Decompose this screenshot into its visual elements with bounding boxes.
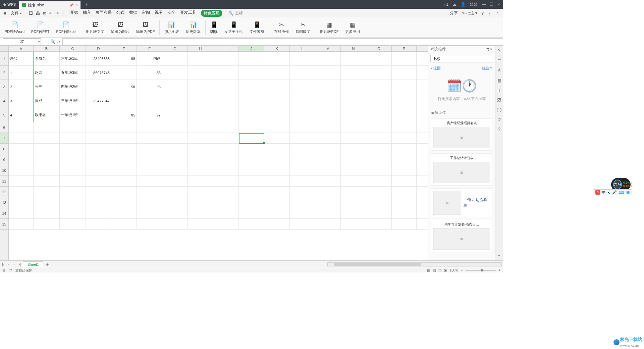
grid[interactable]: 序号李成名六年级1班2840556398国画1赵四五年级3班8697674386… (9, 52, 428, 260)
row-header[interactable]: 1 (0, 52, 8, 66)
cell[interactable] (366, 197, 392, 208)
zoom-in-button[interactable]: + (498, 268, 500, 272)
back-link[interactable]: ‹ 返回 (431, 66, 441, 71)
cell[interactable] (162, 133, 188, 143)
cell[interactable] (264, 80, 290, 94)
cell[interactable] (341, 187, 366, 197)
cell[interactable] (290, 52, 315, 65)
cell[interactable] (213, 165, 239, 176)
cell[interactable]: 98 (111, 52, 137, 65)
cell[interactable] (188, 52, 213, 65)
cell[interactable] (9, 144, 34, 154)
cell[interactable] (34, 165, 60, 176)
cell[interactable] (162, 187, 188, 197)
cell[interactable] (137, 122, 162, 133)
cell[interactable] (213, 187, 239, 197)
cell[interactable] (111, 154, 137, 165)
ribbon-tab[interactable]: 插入 (83, 10, 91, 17)
cell[interactable] (290, 80, 315, 94)
cell[interactable] (392, 66, 417, 80)
cell[interactable] (264, 66, 290, 80)
cell[interactable] (213, 154, 239, 165)
cell[interactable] (9, 197, 34, 208)
cell[interactable] (366, 133, 392, 143)
cell[interactable] (239, 208, 264, 218)
cell[interactable] (239, 165, 264, 176)
column-header[interactable]: K (264, 46, 290, 51)
cell[interactable] (213, 122, 239, 133)
cell[interactable] (264, 219, 290, 229)
template-item[interactable]: 房产经纪业绩排名表 ▦ (431, 118, 492, 151)
cell[interactable] (86, 197, 111, 208)
cell[interactable] (239, 122, 264, 133)
cell[interactable] (392, 208, 417, 218)
cell[interactable] (137, 133, 162, 143)
cell[interactable] (60, 133, 86, 143)
add-sheet-button[interactable]: + (43, 262, 51, 267)
cell[interactable] (366, 94, 392, 108)
sheet-tab[interactable]: Sheet1 (23, 261, 43, 267)
layout-icon[interactable]: ⊞ (3, 268, 5, 272)
share-button[interactable]: 分享 (450, 10, 458, 16)
row-header[interactable]: 7 (0, 133, 8, 144)
cell[interactable] (86, 176, 111, 186)
cell[interactable] (86, 122, 111, 133)
cell[interactable] (392, 154, 417, 165)
collapse-ribbon-icon[interactable]: ＾ (496, 10, 500, 16)
cell[interactable] (315, 108, 341, 122)
cell[interactable] (315, 144, 341, 154)
cell[interactable] (9, 208, 34, 218)
ribbon-button[interactable]: ✂截图取字 (292, 20, 314, 35)
cell[interactable] (137, 208, 162, 218)
panel-settings-icon[interactable]: ⇆ (486, 47, 489, 51)
cell[interactable] (34, 197, 60, 208)
cell[interactable] (188, 154, 213, 165)
cell[interactable] (264, 94, 290, 108)
cell[interactable] (315, 176, 341, 186)
cell[interactable] (341, 176, 366, 186)
print-preview-icon[interactable]: ◴ (43, 11, 46, 16)
cell[interactable] (213, 144, 239, 154)
cell[interactable] (111, 66, 137, 80)
cell[interactable]: 86 (137, 66, 162, 80)
menu-icon[interactable]: ≡ (3, 11, 6, 16)
ribbon-button[interactable]: 🖼图片转文字 (83, 20, 108, 35)
view-normal-icon[interactable]: ▦ (427, 268, 430, 272)
cell[interactable] (213, 66, 239, 80)
cell[interactable] (366, 176, 392, 186)
cell[interactable]: 张三 (34, 80, 60, 94)
cell[interactable] (341, 94, 366, 108)
cell[interactable] (34, 176, 60, 186)
cell[interactable] (213, 208, 239, 218)
cell[interactable] (341, 144, 366, 154)
cell[interactable] (34, 208, 60, 218)
save-icon[interactable]: 🖫 (29, 11, 33, 16)
cell[interactable]: 三年级1班 (60, 94, 86, 108)
cell[interactable] (392, 219, 417, 229)
cell[interactable] (188, 219, 213, 229)
row-header[interactable]: 5 (0, 108, 8, 122)
row-header[interactable]: 2 (0, 66, 8, 80)
cell[interactable] (392, 187, 417, 197)
cell[interactable]: 国画 (137, 52, 162, 65)
cell[interactable] (213, 80, 239, 94)
cell[interactable] (366, 187, 392, 197)
cell[interactable] (341, 52, 366, 65)
namebox-dropdown-icon[interactable]: ▾ (38, 40, 40, 43)
cell[interactable] (162, 176, 188, 186)
shape-icon[interactable]: ◯ (497, 107, 502, 112)
cell[interactable] (213, 197, 239, 208)
reading-mode-icon[interactable]: ▣ (444, 268, 447, 272)
cell[interactable] (60, 176, 86, 186)
cell[interactable] (392, 52, 417, 65)
cell[interactable] (213, 176, 239, 186)
cell[interactable] (392, 165, 417, 176)
history-icon[interactable]: ↺ (497, 117, 501, 122)
file-menu[interactable]: 文件 ▾ (9, 10, 24, 17)
cell[interactable] (111, 144, 137, 154)
cell[interactable] (290, 108, 315, 122)
cell[interactable] (213, 94, 239, 108)
ribbon-tab[interactable]: 视图 (155, 10, 163, 17)
ribbon-tab[interactable]: 开发工具 (180, 10, 196, 17)
cell[interactable] (188, 133, 213, 143)
